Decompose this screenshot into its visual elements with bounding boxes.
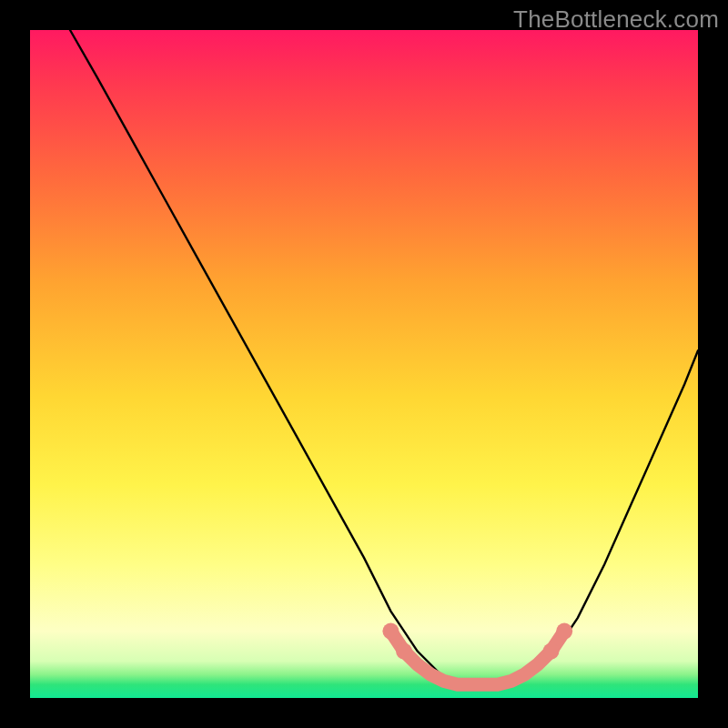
- pink-dot: [382, 623, 399, 640]
- pink-dot: [543, 643, 560, 660]
- pink-dot: [396, 643, 412, 660]
- black-curve: [70, 30, 698, 684]
- watermark-text: TheBottleneck.com: [513, 5, 719, 34]
- plot-area: [30, 30, 698, 698]
- pink-dot: [556, 623, 572, 640]
- curve-layer: [30, 30, 698, 698]
- pink-band: [390, 632, 564, 685]
- chart-frame: TheBottleneck.com: [0, 0, 728, 728]
